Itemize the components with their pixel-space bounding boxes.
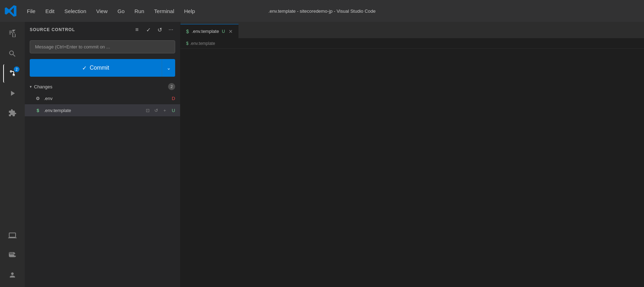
sidebar-item-search[interactable] — [3, 45, 22, 63]
source-control-sidebar: SOURCE CONTROL ≡ ✓ ↺ ··· Message (Ctrl+E… — [25, 22, 180, 287]
commit-button-row: ✓ Commit ⌄ — [30, 59, 175, 77]
menu-terminal[interactable]: Terminal — [150, 6, 179, 16]
sidebar-list-view-button[interactable]: ≡ — [133, 25, 141, 34]
changes-header[interactable]: ▾ Changes 2 — [25, 81, 180, 92]
menu-go[interactable]: Go — [113, 6, 129, 16]
source-control-badge: 2 — [14, 66, 19, 72]
discard-changes-icon[interactable]: ↺ — [153, 107, 160, 114]
line-numbers-gutter — [180, 49, 200, 287]
file-status-badge: D — [172, 96, 175, 101]
sidebar-commit-check-button[interactable]: ✓ — [144, 25, 153, 34]
sidebar-item-remote-explorer[interactable] — [3, 226, 22, 245]
breadcrumb-item: $ .env.template — [186, 41, 215, 46]
list-item[interactable]: $ .env.template ⊡ ↺ + U — [25, 104, 180, 116]
stage-changes-icon[interactable]: + — [161, 107, 168, 114]
menu-help[interactable]: Help — [180, 6, 199, 16]
open-file-icon[interactable]: ⊡ — [144, 107, 151, 114]
tab-bar: $ .env.template U ✕ — [180, 22, 644, 38]
sidebar-item-source-control[interactable]: 2 — [3, 64, 22, 83]
code-content — [200, 49, 644, 287]
sidebar-item-accounts[interactable] — [3, 266, 22, 284]
breadcrumb-label: .env.template — [190, 41, 215, 46]
file-status-badge: U — [172, 108, 175, 113]
sidebar-title-label: SOURCE CONTROL — [30, 27, 75, 32]
commit-button-label: Commit — [90, 65, 109, 71]
file-actions: ⊡ ↺ + U — [144, 107, 175, 114]
tab-modified-indicator: U — [222, 29, 225, 34]
changes-count-badge: 2 — [168, 83, 175, 90]
file-actions: D — [170, 96, 175, 101]
menu-run[interactable]: Run — [130, 6, 149, 16]
sidebar-item-docker[interactable] — [3, 246, 22, 264]
breadcrumb-file-icon: $ — [186, 41, 189, 46]
code-editor[interactable] — [180, 49, 644, 287]
commit-message-input[interactable]: Message (Ctrl+Enter to commit on ... — [30, 40, 175, 53]
editor-area: $ .env.template U ✕ $ .env.template — [180, 22, 644, 287]
sidebar-refresh-button[interactable]: ↺ — [155, 25, 164, 34]
menu-file[interactable]: File — [23, 6, 40, 16]
commit-checkmark-icon: ✓ — [82, 65, 87, 71]
tab-file-icon: $ — [186, 29, 189, 34]
tab-close-button[interactable]: ✕ — [229, 29, 233, 34]
menu-selection[interactable]: Selection — [60, 6, 91, 16]
sidebar-item-explorer[interactable] — [3, 25, 22, 43]
commit-button[interactable]: ✓ Commit — [30, 59, 162, 77]
breadcrumb: $ .env.template — [180, 38, 644, 49]
settings-file-icon: ⚙ — [35, 95, 41, 101]
dollar-file-icon: $ — [35, 107, 41, 113]
chevron-down-icon: ⌄ — [167, 65, 171, 71]
sidebar-more-actions-button[interactable]: ··· — [167, 25, 175, 34]
file-name-label: .env.template — [44, 108, 144, 113]
list-item[interactable]: ⚙ .env D — [25, 92, 180, 104]
main-layout: 2 SO — [0, 22, 644, 287]
file-name-label: .env — [44, 96, 170, 101]
changes-section: ▾ Changes 2 ⚙ .env D $ .env.template ⊡ ↺ — [25, 80, 180, 118]
menu-view[interactable]: View — [92, 6, 112, 16]
chevron-right-icon: ▾ — [30, 84, 32, 89]
tab-env-template[interactable]: $ .env.template U ✕ — [180, 24, 238, 38]
vscode-logo-icon — [4, 5, 17, 17]
sidebar-actions: ≡ ✓ ↺ ··· — [133, 25, 175, 34]
menu-edit[interactable]: Edit — [41, 6, 59, 16]
activity-bar: 2 — [0, 22, 25, 287]
window-title: .env.template - sitecoredemo-jp - Visual… — [268, 8, 375, 14]
changes-label: Changes — [34, 84, 52, 89]
titlebar: File Edit Selection View Go Run Terminal… — [0, 0, 644, 22]
tab-label: .env.template — [192, 29, 219, 34]
commit-dropdown-button[interactable]: ⌄ — [162, 59, 175, 77]
sidebar-item-run-debug[interactable] — [3, 84, 22, 102]
sidebar-header: SOURCE CONTROL ≡ ✓ ↺ ··· — [25, 22, 180, 37]
sidebar-item-extensions[interactable] — [3, 104, 22, 122]
